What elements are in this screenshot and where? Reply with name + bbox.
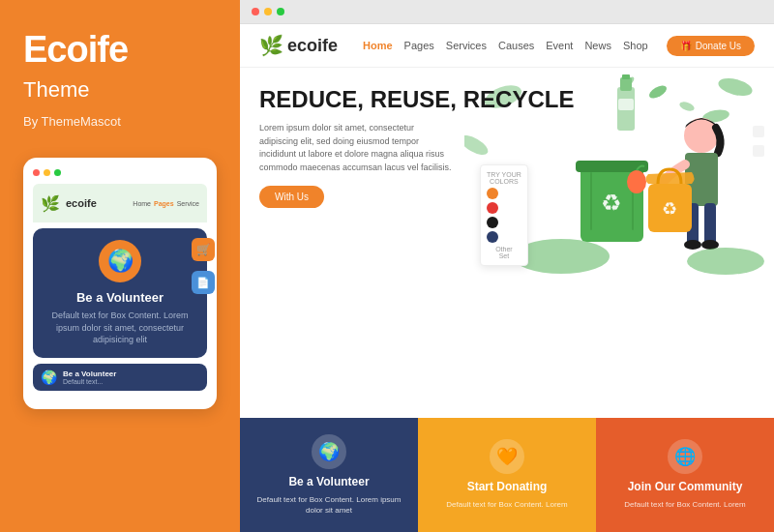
site-logo: 🌿 ecoife <box>259 34 338 57</box>
community-icon: 🌐 <box>668 439 702 474</box>
mobile-preview: 🌿 ecoife Home Pages Service 🌍 Be a Volun… <box>23 158 217 409</box>
sidebar-by: By ThemeMascot <box>23 114 217 129</box>
hero-section: REDUCE, REUSE, RECYCLE Lorem ipsum dolor… <box>240 68 774 281</box>
mobile-dot-red <box>33 169 40 176</box>
nav-services[interactable]: Services <box>446 40 487 51</box>
donate-card-text: Default text for Box Content. Lorem <box>446 499 567 510</box>
volunteer-card-text: Default text for Box Content. Lorem ipsu… <box>248 494 410 516</box>
browser-dot-green <box>277 8 284 15</box>
mobile-site-logo: ecoife <box>66 197 97 209</box>
hero-description: Lorem ipsum dolor sit amet, consectetur … <box>259 122 453 174</box>
color-dot-black[interactable] <box>487 217 498 228</box>
color-dots <box>487 188 521 243</box>
sidebar: Ecoife Theme By ThemeMascot 🌿 ecoife Hom… <box>0 0 240 532</box>
community-card-text: Default text for Box Content. Lorem <box>624 499 745 510</box>
mobile-nav-services: Service <box>177 200 199 207</box>
donate-button[interactable]: 🎁 Donate Us <box>667 36 755 56</box>
hero-title: REDUCE, REUSE, RECYCLE <box>259 87 755 112</box>
browser-dot-red <box>252 8 259 15</box>
sidebar-logo: Ecoife <box>23 31 217 68</box>
mobile-dot-yellow <box>44 169 50 176</box>
website-preview: 🌿 ecoife Home Pages Services Causes Even… <box>240 24 774 532</box>
hero-cta-button[interactable]: With Us <box>259 186 324 208</box>
donate-label: Donate Us <box>696 41 741 51</box>
volunteer-card-title: Be a Volunteer <box>288 475 369 488</box>
mobile-header-strip: 🌿 ecoife Home Pages Service <box>33 184 207 222</box>
donate-card: 🧡 Start Donating Default text for Box Co… <box>418 418 596 532</box>
sidebar-subtitle: Theme <box>23 77 217 103</box>
mobile-card-title: Be a Volunteer <box>76 290 164 305</box>
mobile-leaf-icon: 🌿 <box>41 194 60 213</box>
svg-rect-9 <box>622 74 630 79</box>
color-dot-orange[interactable] <box>487 188 498 199</box>
volunteer-icon: 🌍 <box>312 434 346 469</box>
mobile-bottom-text: Default text... <box>63 378 116 385</box>
nav-shop[interactable]: Shop <box>623 40 648 51</box>
mobile-volunteer-icon: 🌍 <box>99 240 141 282</box>
logo-text: ecoife <box>287 36 338 56</box>
mobile-bottom-title: Be a Volunteer <box>63 369 116 378</box>
site-nav: 🌿 ecoife Home Pages Services Causes Even… <box>240 24 774 68</box>
mobile-doc-icon: 📄 <box>192 271 215 294</box>
mobile-bottom-icon: 🌍 <box>41 369 57 385</box>
color-panel-label: TRY YOURCOLORS <box>487 171 521 185</box>
donate-icon: 🎁 <box>680 41 692 51</box>
browser-chrome <box>240 0 774 24</box>
mobile-bottom-card: 🌍 Be a Volunteer Default text... <box>33 364 207 391</box>
nav-links: Home Pages Services Causes Event News Sh… <box>363 40 651 51</box>
mobile-cart-icon: 🛒 <box>192 238 215 261</box>
nav-home[interactable]: Home <box>363 40 393 51</box>
mobile-card-text: Default text for Box Content. Lorem ipsu… <box>43 310 197 346</box>
nav-news[interactable]: News <box>584 40 611 51</box>
hero-cta-label: With Us <box>275 192 309 202</box>
browser-dot-yellow <box>264 8 272 15</box>
color-dot-red[interactable] <box>487 202 498 214</box>
logo-leaf-icon: 🌿 <box>259 34 283 57</box>
donate-icon: 🧡 <box>490 439 524 474</box>
community-card-title: Join Our Community <box>628 480 743 493</box>
color-dot-blue[interactable] <box>487 231 498 243</box>
volunteer-card: 🌍 Be a Volunteer Default text for Box Co… <box>240 418 418 532</box>
nav-pages[interactable]: Pages <box>404 40 434 51</box>
donate-card-title: Start Donating <box>467 480 548 493</box>
mobile-window-dots <box>33 169 207 176</box>
community-card: 🌐 Join Our Community Default text for Bo… <box>596 418 774 532</box>
nav-causes[interactable]: Causes <box>498 40 534 51</box>
mobile-nav-pages: Pages <box>154 200 174 207</box>
color-other-label: OtherSet <box>487 246 521 259</box>
nav-event[interactable]: Event <box>546 40 573 51</box>
bottom-cards: 🌍 Be a Volunteer Default text for Box Co… <box>240 418 774 532</box>
main-area: 🌿 ecoife Home Pages Services Causes Even… <box>240 0 774 532</box>
mobile-nav-home: Home <box>133 200 151 207</box>
mobile-volunteer-card: 🌍 Be a Volunteer Default text for Box Co… <box>33 228 207 358</box>
color-panel: TRY YOURCOLORS OtherSet <box>480 164 528 266</box>
mobile-dot-green <box>54 169 61 176</box>
